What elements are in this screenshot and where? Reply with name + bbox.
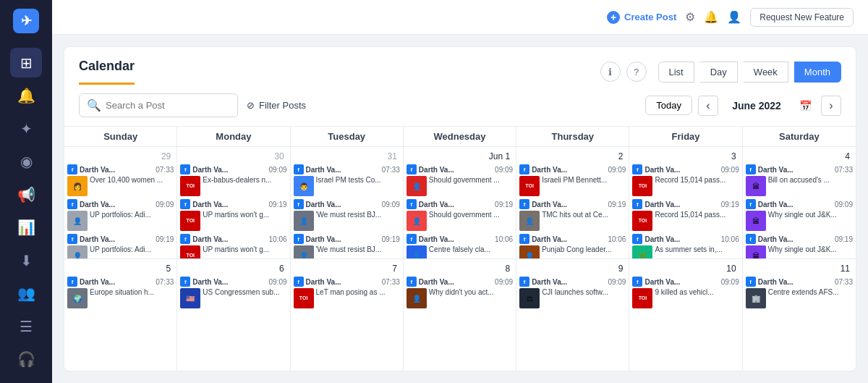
event-block[interactable]: f Darth Va... 10:06 TOI UP martins won't…	[180, 234, 286, 258]
info-icon[interactable]: ℹ	[600, 62, 621, 82]
filter-button[interactable]: ⊘ Filter Posts	[247, 100, 306, 111]
fb-icon: f	[180, 234, 190, 244]
event-caption: Israel PM tests Co...	[316, 176, 381, 196]
day-number-30: 30	[180, 150, 286, 163]
notification-icon[interactable]: 🔔	[704, 10, 718, 24]
help-icon[interactable]: ?	[626, 62, 647, 82]
event-block[interactable]: f Darth Va... 09:09 🇺🇸 US Congressmen su…	[180, 277, 286, 308]
event-block[interactable]: f Darth Va... 09:19 👤 TMC hits out at Ce…	[519, 199, 626, 231]
event-block[interactable]: f Darth Va... 07:33 TOI LeT man posing a…	[294, 277, 400, 308]
event-block[interactable]: f Darth Va... 09:09 TOI Israeli PM Benne…	[519, 164, 626, 196]
day-view-button[interactable]: Day	[700, 62, 738, 83]
day-cell-8: 8 f Darth Va... 09:09 👤	[404, 259, 516, 371]
event-time: 10:06	[721, 235, 739, 243]
today-button[interactable]: Today	[645, 96, 692, 115]
event-caption: Record 15,014 pass...	[655, 211, 726, 231]
event-block[interactable]: f Darth Va... 09:09 🏛 Why single out J&K…	[746, 199, 853, 231]
event-block[interactable]: f Darth Va... 07:33 🌍 Europe situation h…	[67, 277, 174, 308]
logo[interactable]: ✈	[13, 9, 39, 33]
sidebar-item-campaigns[interactable]: 📢	[10, 180, 42, 210]
event-time: 09:19	[156, 235, 174, 243]
event-block[interactable]: f Darth Va... 09:09 ⚖ CJI launches softw…	[519, 277, 626, 308]
create-post-label: Create Post	[624, 12, 676, 22]
fb-icon: f	[294, 199, 304, 209]
event-block[interactable]: f Darth Va... 09:19 👤 Should government …	[407, 199, 513, 231]
event-time: 09:09	[495, 278, 513, 286]
event-caption: UP portfolios: Adi...	[90, 245, 151, 258]
sidebar-item-analytics[interactable]: ✦	[10, 114, 42, 144]
fb-icon: f	[407, 277, 417, 287]
search-icon: 🔍	[87, 98, 101, 112]
event-block[interactable]: f Darth Va... 09:19 TOI Record 15,014 pa…	[632, 199, 739, 231]
event-caption: Bill on accused's ...	[768, 176, 830, 196]
fb-icon: f	[519, 199, 529, 209]
event-thumbnail: 👤	[294, 211, 314, 231]
event-block[interactable]: f Darth Va... 09:09 👤 UP portfolios: Adi…	[67, 199, 174, 231]
list-view-button[interactable]: List	[658, 62, 694, 83]
event-time: 09:19	[608, 201, 626, 209]
sidebar-item-help[interactable]: 🎧	[10, 344, 42, 374]
event-block[interactable]: f Darth Va... 09:19 TOI UP martins won't…	[180, 199, 286, 231]
day-cell-jun1: Jun 1 f Darth Va... 09:09 👤	[404, 147, 516, 258]
plus-circle-icon: +	[607, 11, 620, 24]
header-monday: Monday	[177, 127, 290, 146]
fb-icon: f	[180, 164, 190, 174]
fb-icon: f	[67, 277, 77, 287]
event-caption: Europe situation h...	[90, 288, 154, 308]
search-box[interactable]: 🔍	[79, 93, 238, 117]
event-block[interactable]: f Darth Va... 10:06 🌿 As summer sets in,…	[632, 234, 739, 258]
event-block[interactable]: f Darth Va... 10:06 👤 Centre falsely cla…	[407, 234, 513, 258]
event-thumbnail: 👤	[519, 245, 540, 258]
prev-month-button[interactable]: ‹	[698, 96, 718, 116]
event-block[interactable]: f Darth Va... 07:33 👨 Israel PM tests Co…	[294, 164, 400, 196]
event-time: 07:33	[835, 278, 853, 286]
event-caption: UP portfolios: Adi...	[90, 211, 151, 231]
event-time: 10:06	[608, 235, 626, 243]
request-feature-button[interactable]: Request New Feature	[750, 8, 854, 27]
event-thumbnail: 🏛	[746, 211, 766, 231]
month-view-button[interactable]: Month	[794, 62, 841, 83]
event-block[interactable]: f Darth Va... 09:19 🏛 Why single out J&K…	[746, 234, 853, 258]
event-name: Darth Va...	[758, 201, 793, 209]
next-month-button[interactable]: ›	[821, 96, 841, 116]
sidebar-item-monitor[interactable]: ◉	[10, 146, 42, 177]
event-block[interactable]: f Darth Va... 09:09 👤 Should government …	[407, 164, 513, 196]
event-name: Darth Va...	[419, 166, 454, 174]
sidebar-item-reports[interactable]: 📊	[10, 212, 42, 243]
user-icon[interactable]: 👤	[727, 10, 741, 24]
sidebar-item-alerts[interactable]: 🔔	[10, 80, 42, 111]
day-cell-29: 29 f Darth Va... 07:33 👩	[64, 147, 177, 258]
event-thumbnail: 🇺🇸	[180, 288, 200, 308]
sidebar-item-download[interactable]: ⬇	[10, 245, 42, 276]
filter-icon: ⊘	[247, 100, 255, 111]
event-block[interactable]: f Darth Va... 09:19 👤 'We must resist BJ…	[294, 234, 400, 258]
sidebar-item-dashboard[interactable]: ⊞	[10, 48, 42, 78]
event-name: Darth Va...	[532, 235, 567, 243]
event-name: Darth Va...	[80, 201, 115, 209]
event-block[interactable]: f Darth Va... 09:09 TOI Record 15,014 pa…	[632, 164, 739, 196]
day-cell-6: 6 f Darth Va... 09:09 🇺🇸	[177, 259, 290, 371]
event-block[interactable]: f Darth Va... 09:09 👤 Why didn't you act…	[407, 277, 513, 308]
event-block[interactable]: f Darth Va... 10:06 👤 Punjab Cong leader…	[519, 234, 626, 258]
event-block[interactable]: f Darth Va... 09:09 TOI 9 killed as vehi…	[632, 277, 739, 308]
calendar-icon[interactable]: 📅	[795, 96, 815, 116]
search-input[interactable]	[106, 100, 230, 111]
event-time: 09:09	[269, 166, 287, 174]
event-block[interactable]: f Darth Va... 09:19 👤 UP portfolios: Adi…	[67, 234, 174, 258]
sidebar-item-list[interactable]: ☰	[10, 311, 42, 342]
settings-icon[interactable]: ⚙	[685, 10, 695, 24]
create-post-button[interactable]: + Create Post	[607, 11, 676, 24]
event-block[interactable]: f Darth Va... 07:33 👩 Over 10,400 women …	[67, 164, 174, 196]
event-block[interactable]: f Darth Va... 07:33 🏛 Bill on accused's …	[746, 164, 853, 196]
sidebar-item-users[interactable]: 👥	[10, 278, 42, 308]
week-view-button[interactable]: Week	[744, 62, 788, 83]
event-thumbnail: 👤	[407, 176, 427, 196]
event-block[interactable]: f Darth Va... 07:33 🏢 Centre extends AFS…	[746, 277, 853, 308]
event-time: 10:06	[495, 235, 513, 243]
day-headers: Sunday Monday Tuesday Wednesday Thursday…	[64, 126, 856, 146]
event-block[interactable]: f Darth Va... 09:09 TOI Ex-babus-dealers…	[180, 164, 286, 196]
event-caption: Over 10,400 women ...	[90, 176, 163, 196]
event-block[interactable]: f Darth Va... 09:09 👤 'We must resist BJ…	[294, 199, 400, 231]
event-thumbnail: 👩	[67, 176, 88, 196]
event-caption: 'We must resist BJ...	[316, 245, 382, 258]
